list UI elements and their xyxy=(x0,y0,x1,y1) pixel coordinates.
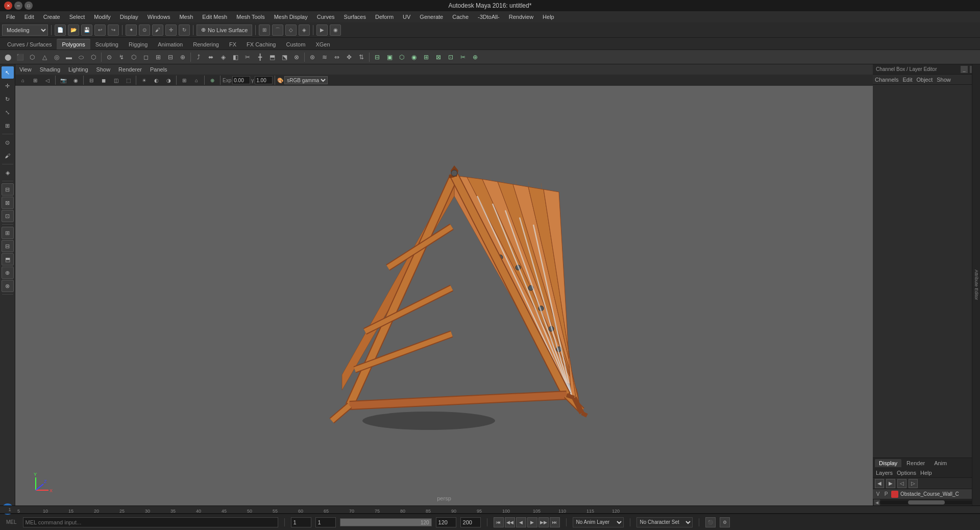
offset-edge-btn[interactable]: ⬒ xyxy=(266,52,278,63)
vp-smooth-wire-btn[interactable]: ◫ xyxy=(110,75,121,86)
maximize-button[interactable]: □ xyxy=(24,2,33,10)
layers-prev2-btn[interactable]: ◁ xyxy=(897,479,906,488)
cone-icon-btn[interactable]: △ xyxy=(39,52,50,63)
select-tool-lt[interactable]: ↖ xyxy=(2,66,14,79)
workspace-dropdown[interactable]: Modeling xyxy=(2,25,48,36)
menu-help[interactable]: Help xyxy=(538,13,558,21)
torus-icon-btn[interactable]: ◎ xyxy=(51,52,62,63)
spherical-map-btn[interactable]: ◉ xyxy=(408,52,420,63)
vp-ao-btn[interactable]: ◑ xyxy=(163,75,174,86)
snap-lt[interactable]: ⊟ xyxy=(2,183,14,196)
scroll-left-arrow[interactable]: ◀ xyxy=(874,499,880,505)
viewport-renderer-menu[interactable]: Renderer xyxy=(116,66,144,73)
combine-icon-btn[interactable]: ⊕ xyxy=(177,52,188,63)
target-weld-btn[interactable]: ⊛ xyxy=(307,52,318,63)
soft-select-lt[interactable]: ⊙ xyxy=(2,136,14,149)
menu-deform[interactable]: Deform xyxy=(371,13,398,21)
ipr-button[interactable]: ◉ xyxy=(330,25,341,36)
tab-custom[interactable]: Custom xyxy=(281,39,311,50)
tab-animation[interactable]: Animation xyxy=(153,39,188,50)
exposure-input[interactable] xyxy=(232,76,250,84)
render3-lt[interactable]: ⬒ xyxy=(2,253,14,266)
layer-playback[interactable]: P xyxy=(883,491,889,497)
cube-icon-btn[interactable]: ⬛ xyxy=(14,52,26,63)
vp-tb-home[interactable]: ⌂ xyxy=(17,75,29,86)
anim-layer-dropdown[interactable]: No Anim Layer xyxy=(573,517,624,527)
layers-header-help[interactable]: Help xyxy=(920,470,932,476)
menu-surfaces[interactable]: Surfaces xyxy=(340,13,370,21)
attribute-editor-tab[interactable]: Attribute Editor xyxy=(972,64,980,505)
grid-icon-btn[interactable]: ⊞ xyxy=(153,52,164,63)
snap-curve-button[interactable]: ⌒ xyxy=(272,25,283,36)
table-icon-btn[interactable]: ⊟ xyxy=(165,52,176,63)
snap2-lt[interactable]: ⊠ xyxy=(2,197,14,209)
snap-point-button[interactable]: ◇ xyxy=(285,25,297,36)
color-profile-select[interactable]: sRGB gamma xyxy=(284,76,328,84)
timeline-track-area[interactable]: 5 10 15 20 25 30 35 40 45 50 55 60 65 70… xyxy=(17,506,871,513)
move-tool-button[interactable]: ✛ xyxy=(165,25,177,36)
helix-icon-btn[interactable]: ↯ xyxy=(116,52,127,63)
layers-header-options[interactable]: Options xyxy=(897,470,916,476)
sew-uvs-btn[interactable]: ⊕ xyxy=(470,52,481,63)
menu-windows[interactable]: Windows xyxy=(143,13,175,21)
disk-icon-btn[interactable]: ⬭ xyxy=(76,52,87,63)
range-start-input[interactable] xyxy=(315,517,336,527)
display-tab[interactable]: Display xyxy=(875,459,901,467)
snap-surface-button[interactable]: ◈ xyxy=(299,25,310,36)
show-manip-lt[interactable]: ◈ xyxy=(2,166,14,179)
menu-mesh[interactable]: Mesh xyxy=(175,13,197,21)
close-button[interactable]: ✕ xyxy=(4,2,12,10)
cylindrical-map-btn[interactable]: ⬡ xyxy=(396,52,407,63)
autokey-btn[interactable]: ⚫ xyxy=(705,517,716,527)
menu-display[interactable]: Display xyxy=(116,13,142,21)
viewport-show-menu[interactable]: Show xyxy=(94,66,113,73)
platonic-icon-btn[interactable]: ⬡ xyxy=(88,52,99,63)
rotate-tool-lt[interactable]: ↻ xyxy=(2,93,14,105)
vp-grid-btn[interactable]: ⊞ xyxy=(179,75,190,86)
render5-lt[interactable]: ⊗ xyxy=(2,280,14,292)
append-poly-icon-btn[interactable]: ◧ xyxy=(230,52,241,63)
vp-light-btn[interactable]: ☀ xyxy=(138,75,150,86)
lasso-select-button[interactable]: ⊙ xyxy=(139,25,150,36)
sphere-icon-btn[interactable]: ⬤ xyxy=(2,52,13,63)
flip-btn[interactable]: ⇅ xyxy=(356,52,367,63)
tab-rendering[interactable]: Rendering xyxy=(188,39,224,50)
layers-header-layers[interactable]: Layers xyxy=(876,470,893,476)
vp-tb-prev[interactable]: ◁ xyxy=(42,75,53,86)
layer-visibility[interactable]: V xyxy=(875,491,881,497)
menu-edit[interactable]: Edit xyxy=(20,13,38,21)
live-surface-button[interactable]: ⊕ No Live Surface xyxy=(197,25,252,36)
undo-button[interactable]: ↩ xyxy=(94,25,106,36)
move-tool-lt[interactable]: ✛ xyxy=(2,80,14,92)
layers-next2-btn[interactable]: ▷ xyxy=(909,479,918,488)
vp-shadow-btn[interactable]: ◐ xyxy=(151,75,162,86)
settings-btn[interactable]: ⚙ xyxy=(720,517,730,527)
universal-manip-lt[interactable]: ⊞ xyxy=(2,119,14,132)
crease-btn[interactable]: ≋ xyxy=(319,52,330,63)
snap-grid-button[interactable]: ⊞ xyxy=(259,25,270,36)
play-back-btn[interactable]: ◀◀ xyxy=(505,517,515,527)
menu-file[interactable]: File xyxy=(2,13,19,21)
viewport-shading-menu[interactable]: Shading xyxy=(38,66,62,73)
tab-xgen[interactable]: XGen xyxy=(310,39,335,50)
uv-editor-btn[interactable]: ⊟ xyxy=(372,52,383,63)
soccer-icon-btn[interactable]: ⬡ xyxy=(128,52,139,63)
cut-uvs-btn[interactable]: ✂ xyxy=(457,52,469,63)
menu-uv[interactable]: UV xyxy=(399,13,414,21)
planar-map-btn[interactable]: ▣ xyxy=(384,52,395,63)
cylinder-icon-btn[interactable]: ⬡ xyxy=(27,52,38,63)
automatic-map-btn[interactable]: ⊞ xyxy=(421,52,432,63)
play-forward-btn[interactable]: ▶ xyxy=(527,517,537,527)
vp-cycle-btn[interactable]: ⊕ xyxy=(207,75,218,86)
extrude-icon-btn[interactable]: ⤴ xyxy=(193,52,204,63)
menu-edit-mesh[interactable]: Edit Mesh xyxy=(198,13,231,21)
character-set-dropdown[interactable]: No Character Set xyxy=(636,517,693,527)
unfold-btn[interactable]: ⊠ xyxy=(433,52,444,63)
minimize-button[interactable]: ─ xyxy=(14,2,22,10)
insert-edge-btn[interactable]: ╋ xyxy=(254,52,265,63)
menu-modify[interactable]: Modify xyxy=(90,13,114,21)
channel-box-minimize[interactable]: _ xyxy=(961,66,968,73)
range-end-input[interactable] xyxy=(436,517,456,527)
tab-curves-surfaces[interactable]: Curves / Surfaces xyxy=(2,39,57,50)
max-frame-input[interactable] xyxy=(460,517,481,527)
